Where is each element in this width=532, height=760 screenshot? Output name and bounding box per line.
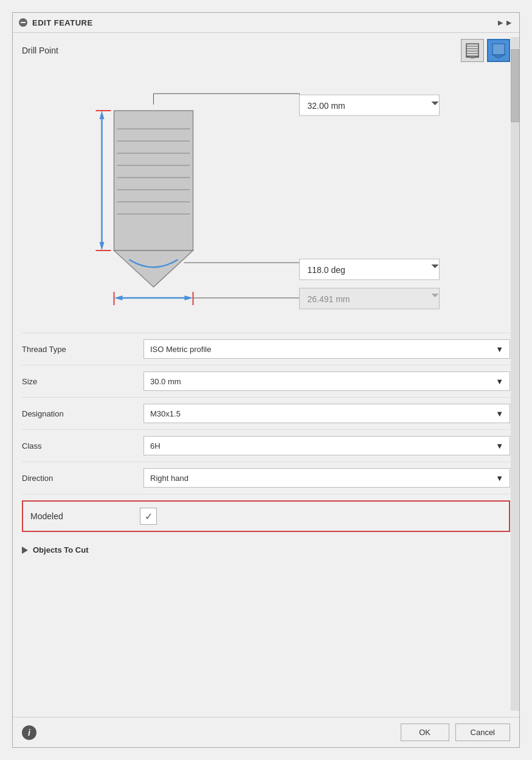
checkmark-icon: ✓ [145, 511, 153, 522]
cancel-button[interactable]: Cancel [455, 724, 510, 741]
direction-value: Right hand [150, 474, 188, 483]
footer-left: i [22, 725, 36, 740]
svg-marker-22 [100, 242, 105, 250]
thread-type-value: ISO Metric profile [150, 345, 211, 354]
diagram-svg: 32.00 mm 118.0 deg 26.491 mm [22, 68, 510, 323]
double-arrow-icon[interactable]: ►► [496, 18, 513, 27]
svg-marker-26 [114, 295, 123, 300]
collapse-icon[interactable] [19, 18, 27, 27]
form-section: Thread Type ISO Metric profile ▼ Size 30… [22, 333, 510, 494]
drill-icon-solid[interactable] [487, 39, 510, 62]
svg-marker-21 [100, 111, 105, 119]
footer-buttons: OK Cancel [401, 724, 510, 741]
expand-objects-icon[interactable] [22, 547, 28, 554]
designation-value: M30x1.5 [150, 409, 181, 418]
class-dropdown[interactable]: 6H ▼ [143, 436, 510, 455]
thread-type-row: Thread Type ISO Metric profile ▼ [22, 333, 510, 365]
designation-dropdown[interactable]: M30x1.5 ▼ [143, 404, 510, 423]
drill-point-label: Drill Point [22, 46, 58, 55]
dialog-body: Drill Point [13, 33, 519, 717]
svg-rect-8 [114, 111, 193, 250]
scrollbar[interactable] [511, 37, 519, 711]
class-row: Class 6H ▼ [22, 430, 510, 462]
class-label: Class [22, 441, 143, 451]
designation-row: Designation M30x1.5 ▼ [22, 398, 510, 430]
drill-icons [461, 39, 510, 62]
modeled-label: Modeled [30, 511, 140, 521]
drill-icon-hatch[interactable] [461, 39, 484, 62]
title-bar: EDIT FEATURE ►► [13, 13, 519, 33]
objects-to-cut-label: Objects To Cut [33, 545, 88, 554]
objects-to-cut-row[interactable]: Objects To Cut [22, 538, 510, 562]
modeled-checkbox[interactable]: ✓ [140, 508, 157, 525]
direction-row: Direction Right hand ▼ [22, 462, 510, 494]
info-icon[interactable]: i [22, 725, 36, 740]
edit-feature-dialog: EDIT FEATURE ►► Drill Point [12, 12, 520, 748]
dialog-title: EDIT FEATURE [32, 18, 93, 27]
designation-label: Designation [22, 409, 143, 418]
svg-text:26.491 mm: 26.491 mm [308, 294, 350, 304]
direction-arrow: ▼ [496, 474, 503, 483]
direction-dropdown[interactable]: Right hand ▼ [143, 468, 510, 488]
svg-marker-7 [492, 55, 505, 58]
title-bar-left: EDIT FEATURE [19, 18, 93, 27]
size-dropdown[interactable]: 30.0 mm ▼ [143, 371, 510, 391]
size-value: 30.0 mm [150, 377, 181, 386]
svg-marker-27 [185, 295, 193, 300]
designation-arrow: ▼ [496, 409, 503, 418]
svg-marker-17 [114, 250, 193, 287]
drill-point-header: Drill Point [22, 39, 510, 62]
direction-label: Direction [22, 474, 143, 483]
svg-rect-6 [492, 44, 505, 55]
class-value: 6H [150, 441, 161, 451]
thread-type-dropdown[interactable]: ISO Metric profile ▼ [143, 339, 510, 359]
svg-rect-0 [466, 44, 478, 57]
dialog-footer: i OK Cancel [13, 717, 519, 747]
diagram-area: 32.00 mm 118.0 deg 26.491 mm [22, 68, 510, 323]
ok-button[interactable]: OK [401, 724, 449, 741]
thread-type-arrow: ▼ [496, 345, 503, 354]
size-row: Size 30.0 mm ▼ [22, 365, 510, 398]
size-label: Size [22, 377, 143, 386]
svg-text:118.0 deg: 118.0 deg [308, 265, 345, 275]
svg-text:32.00 mm: 32.00 mm [308, 101, 345, 111]
thread-type-label: Thread Type [22, 345, 143, 354]
size-arrow: ▼ [496, 377, 503, 386]
scrollbar-thumb[interactable] [511, 49, 519, 122]
class-arrow: ▼ [496, 441, 503, 451]
modeled-row: Modeled ✓ [22, 500, 510, 532]
